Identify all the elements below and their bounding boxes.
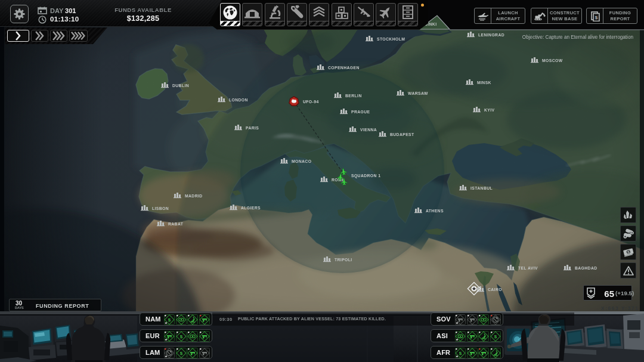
svg-text:VIENNA: VIENNA	[360, 128, 377, 132]
svg-text:TRIPOLI: TRIPOLI	[335, 258, 352, 262]
svg-text:ALGIERS: ALGIERS	[241, 206, 261, 210]
svg-text:ATHENS: ATHENS	[426, 209, 444, 213]
svg-text:BUDAPEST: BUDAPEST	[390, 132, 414, 137]
svg-text:$: $	[168, 317, 171, 323]
svg-text:TEL AVIV: TEL AVIV	[518, 266, 538, 270]
svg-text:RABAT: RABAT	[168, 222, 184, 226]
svg-text:$: $	[179, 334, 182, 339]
svg-text:DUBLIN: DUBLIN	[172, 83, 189, 88]
svg-text:KYIV: KYIV	[484, 108, 495, 112]
svg-text:CAIRO: CAIRO	[488, 287, 502, 292]
svg-text:Objective: Capture an Eternal: Objective: Capture an Eternal alive for …	[522, 35, 634, 40]
svg-text:PRAGUE: PRAGUE	[351, 110, 370, 114]
svg-text:UFO-94: UFO-94	[303, 100, 319, 104]
svg-text:LONDON: LONDON	[229, 98, 248, 102]
svg-text:$: $	[459, 351, 462, 356]
svg-text:MONACO: MONACO	[292, 159, 311, 163]
svg-text:LISBON: LISBON	[152, 206, 169, 211]
svg-text:SQUADRON 1: SQUADRON 1	[351, 174, 380, 178]
svg-text:MOSCOW: MOSCOW	[542, 58, 563, 63]
svg-text:STOCKHOLM: STOCKHOLM	[377, 37, 405, 41]
svg-text:MINSK: MINSK	[477, 81, 491, 85]
svg-text:$: $	[595, 14, 597, 20]
svg-text:COPENHAGEN: COPENHAGEN	[328, 66, 360, 70]
svg-text:PARIS: PARIS	[246, 126, 259, 130]
svg-text:BERLIN: BERLIN	[345, 94, 362, 98]
svg-text:BAGHDAD: BAGHDAD	[575, 266, 597, 270]
svg-text:$: $	[494, 334, 497, 339]
svg-text:ISTANBUL: ISTANBUL	[470, 186, 493, 190]
svg-text:LENINGRAD: LENINGRAD	[478, 33, 504, 37]
svg-text:WARSAW: WARSAW	[408, 91, 428, 95]
svg-text:MADRID: MADRID	[185, 194, 203, 198]
svg-text:$: $	[179, 351, 182, 356]
